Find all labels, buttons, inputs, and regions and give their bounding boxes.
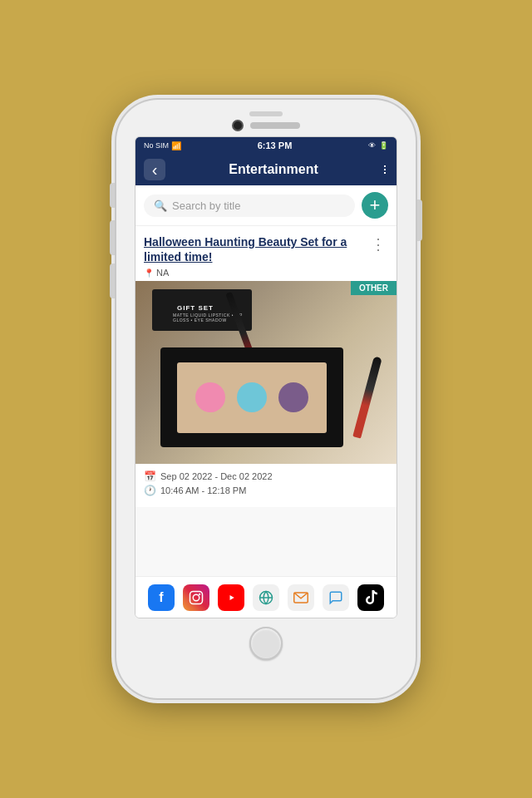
volume-down-button[interactable]	[110, 264, 115, 298]
search-icon: 🔍	[154, 200, 167, 212]
eye-icon: 👁	[368, 141, 376, 150]
camera-row	[232, 120, 300, 131]
home-button[interactable]	[249, 627, 283, 660]
search-input-wrapper[interactable]: 🔍 Search by title	[144, 195, 355, 217]
status-right: 👁 🔋	[368, 141, 388, 150]
mute-button[interactable]	[110, 183, 115, 208]
eyeshadow-pink	[195, 382, 225, 412]
eyeshadow-pan	[177, 362, 327, 433]
instagram-icon[interactable]	[183, 584, 209, 611]
svg-rect-0	[190, 591, 203, 603]
back-button[interactable]	[144, 159, 165, 180]
time-range-text: 10:46 AM - 12:18 PM	[160, 485, 246, 495]
event-card: Halloween Haunting Beauty Set for a limi…	[135, 226, 397, 507]
status-time: 6:13 PM	[258, 140, 293, 150]
card-image: OTHER GIFT SET MATTE LIQUID LIPSTICK • L…	[135, 281, 397, 464]
signal-indicator: No SIM	[144, 141, 169, 150]
card-footer: 📅 Sep 02 2022 - Dec 02 2022 🕐 10:46 AM -…	[135, 464, 397, 507]
date-range-text: Sep 02 2022 - Dec 02 2022	[160, 471, 273, 481]
filter-icon: ⫶	[382, 162, 388, 177]
filter-button[interactable]: ⫶	[382, 162, 388, 177]
svg-point-2	[199, 593, 200, 594]
search-bar: 🔍 Search by title	[135, 185, 397, 226]
status-bar: No SIM 📶 6:13 PM 👁 🔋	[135, 137, 397, 154]
location-text: NA	[156, 268, 169, 278]
card-header: Halloween Haunting Beauty Set for a limi…	[135, 226, 397, 281]
eyeshadow-blue	[237, 382, 267, 412]
eyeshadow-purple	[278, 382, 308, 412]
card-title-block: Halloween Haunting Beauty Set for a limi…	[144, 234, 368, 278]
facebook-icon[interactable]: f	[148, 584, 175, 611]
card-menu-button[interactable]: ⋮	[368, 234, 388, 254]
clock-icon: 🕐	[144, 485, 156, 496]
volume-up-button[interactable]	[110, 220, 115, 255]
calendar-icon: 📅	[144, 470, 156, 482]
front-camera	[232, 120, 244, 131]
ear-speaker	[250, 122, 300, 129]
svg-point-1	[193, 594, 200, 601]
eyeshadow-palette	[160, 347, 343, 447]
card-location: 📍 NA	[144, 268, 368, 278]
content-area: Halloween Haunting Beauty Set for a limi…	[135, 226, 397, 576]
category-badge: OTHER	[351, 281, 397, 295]
youtube-icon[interactable]	[218, 584, 244, 611]
add-button[interactable]	[362, 192, 388, 219]
search-placeholder-text: Search by title	[172, 200, 345, 212]
phone-screen: No SIM 📶 6:13 PM 👁 🔋 Entertainment ⫶ 🔍 S…	[135, 136, 397, 618]
phone-top-bar	[116, 111, 416, 131]
phone-shell: No SIM 📶 6:13 PM 👁 🔋 Entertainment ⫶ 🔍 S…	[116, 100, 416, 698]
event-date: 📅 Sep 02 2022 - Dec 02 2022	[144, 470, 388, 482]
location-pin-icon: 📍	[144, 268, 154, 278]
event-time: 🕐 10:46 AM - 12:18 PM	[144, 485, 388, 496]
wifi-icon: 📶	[171, 141, 181, 150]
card-title: Halloween Haunting Beauty Set for a limi…	[144, 234, 368, 264]
chat-icon[interactable]	[323, 584, 349, 611]
battery-icon: 🔋	[379, 141, 388, 150]
tiktok-icon[interactable]	[357, 584, 384, 611]
email-icon[interactable]	[288, 584, 314, 611]
nav-bar: Entertainment ⫶	[135, 154, 397, 185]
status-left: No SIM 📶	[144, 141, 181, 150]
page-title: Entertainment	[229, 162, 318, 177]
lipstick-product	[352, 357, 382, 439]
power-button[interactable]	[417, 200, 422, 241]
globe-icon[interactable]	[253, 584, 279, 611]
product-image: GIFT SET MATTE LIQUID LIPSTICK • LIP GLO…	[135, 281, 397, 464]
social-bar: f	[135, 576, 397, 618]
top-speaker	[249, 111, 283, 116]
gift-box-text: GIFT SET	[177, 304, 214, 312]
